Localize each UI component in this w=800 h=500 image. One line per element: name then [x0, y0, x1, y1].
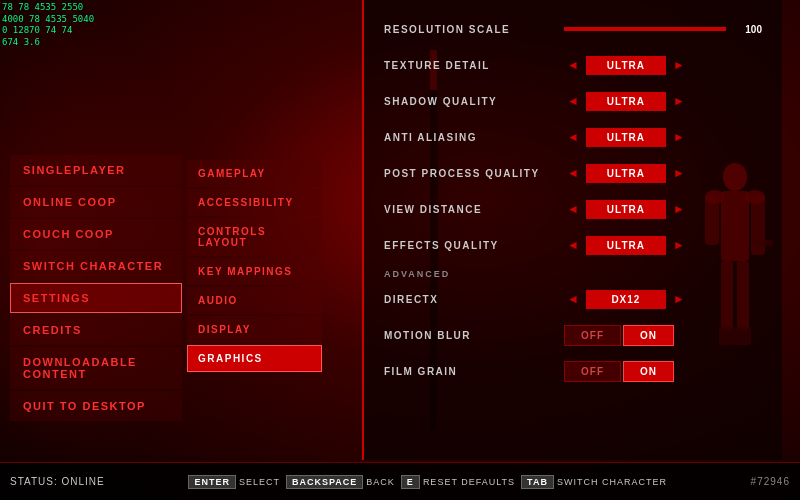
sidebar-item-dlc[interactable]: DOWNLOADABLE CONTENT: [10, 347, 182, 389]
toggle-filmgrain-off[interactable]: OFF: [564, 361, 621, 382]
status-text: STATUS: ONLINE: [10, 476, 105, 487]
setting-label-effects: EFFECTS QUALITY: [384, 240, 564, 251]
value-box-effects: ULTRA: [586, 236, 666, 255]
arrow-left-texture[interactable]: ◄: [564, 58, 582, 72]
arrow-left-postprocess[interactable]: ◄: [564, 166, 582, 180]
setting-label-shadow: SHADOW QUALITY: [384, 96, 564, 107]
bottom-controls: ENTER SELECT BACKSPACE BACK E RESET DEFA…: [188, 475, 666, 489]
setting-label-resolution: RESOLUTION SCALE: [384, 24, 564, 35]
sidebar-item-credits[interactable]: CREDITS: [10, 315, 182, 345]
arrow-left-aa[interactable]: ◄: [564, 130, 582, 144]
value-box-viewdist: ULTRA: [586, 200, 666, 219]
arrow-right-texture[interactable]: ►: [670, 58, 688, 72]
svg-rect-7: [719, 327, 735, 345]
arrow-left-shadow[interactable]: ◄: [564, 94, 582, 108]
value-box-shadow: ULTRA: [586, 92, 666, 111]
key-e[interactable]: E: [401, 475, 420, 489]
arrow-right-aa[interactable]: ►: [670, 130, 688, 144]
toggle-motionblur: OFF ON: [564, 325, 674, 346]
ctrl-tab-label: SWITCH CHARACTER: [557, 477, 667, 487]
svg-point-9: [705, 190, 725, 204]
sidebar-item-online-coop[interactable]: ONLINE COOP: [10, 187, 182, 217]
svg-rect-8: [735, 327, 751, 345]
submenu-item-keymappings[interactable]: KEY MAPPINGS: [187, 258, 322, 285]
toggle-filmgrain-on[interactable]: ON: [623, 361, 674, 382]
submenu-item-gameplay[interactable]: GAMEPLAY: [187, 160, 322, 187]
value-box-postprocess: ULTRA: [586, 164, 666, 183]
arrow-right-directx[interactable]: ►: [670, 292, 688, 306]
slider-value: 100: [732, 24, 762, 35]
ctrl-e: E RESET DEFAULTS: [401, 475, 515, 489]
submenu: GAMEPLAY ACCESSIBILITY CONTROLS LAYOUT K…: [182, 155, 327, 377]
setting-shadow-quality: SHADOW QUALITY ◄ ULTRA ►: [384, 87, 762, 115]
svg-point-10: [745, 190, 765, 204]
key-enter[interactable]: ENTER: [188, 475, 236, 489]
toggle-filmgrain: OFF ON: [564, 361, 674, 382]
submenu-item-graphics[interactable]: GRAPHICS: [187, 345, 322, 372]
arrow-right-shadow[interactable]: ►: [670, 94, 688, 108]
setting-label-viewdist: VIEW DISTANCE: [384, 204, 564, 215]
setting-control-texture: ◄ ULTRA ►: [564, 56, 762, 75]
sidebar-item-couch-coop[interactable]: COUCH COOP: [10, 219, 182, 249]
setting-control-shadow: ◄ ULTRA ►: [564, 92, 762, 111]
key-backspace[interactable]: BACKSPACE: [286, 475, 363, 489]
setting-control-resolution: 100: [564, 24, 762, 35]
setting-anti-aliasing: ANTI ALIASING ◄ ULTRA ►: [384, 123, 762, 151]
arrow-left-directx[interactable]: ◄: [564, 292, 582, 306]
svg-rect-6: [737, 261, 749, 331]
setting-control-aa: ◄ ULTRA ►: [564, 128, 762, 147]
setting-texture-detail: TEXTURE DETAIL ◄ ULTRA ►: [384, 51, 762, 79]
ctrl-enter-label: SELECT: [239, 477, 280, 487]
setting-label-directx: DIRECTX: [384, 294, 564, 305]
svg-rect-4: [755, 240, 773, 246]
submenu-item-controls[interactable]: CONTROLS LAYOUT: [187, 218, 322, 256]
ctrl-enter: ENTER SELECT: [188, 475, 280, 489]
setting-label-texture: TEXTURE DETAIL: [384, 60, 564, 71]
toggle-motionblur-on[interactable]: ON: [623, 325, 674, 346]
left-sidebar: SINGLEPLAYER ONLINE COOP COUCH COOP SWIT…: [0, 0, 182, 460]
setting-label-filmgrain: FILM GRAIN: [384, 366, 564, 377]
sidebar-item-singleplayer[interactable]: SINGLEPLAYER: [10, 155, 182, 185]
value-box-aa: ULTRA: [586, 128, 666, 147]
player-id: #72946: [751, 476, 790, 487]
ctrl-tab: TAB SWITCH CHARACTER: [521, 475, 667, 489]
svg-point-0: [723, 163, 747, 191]
status-bar: STATUS: ONLINE ENTER SELECT BACKSPACE BA…: [0, 462, 800, 500]
hud-stats: 78 78 4535 2550 4000 78 4535 5040 0 1287…: [2, 2, 94, 49]
submenu-item-accessibility[interactable]: ACCESSIBILITY: [187, 189, 322, 216]
ctrl-backspace-label: BACK: [366, 477, 395, 487]
value-box-texture: ULTRA: [586, 56, 666, 75]
submenu-item-audio[interactable]: AUDIO: [187, 287, 322, 314]
toggle-motionblur-off[interactable]: OFF: [564, 325, 621, 346]
ctrl-backspace: BACKSPACE BACK: [286, 475, 395, 489]
setting-label-aa: ANTI ALIASING: [384, 132, 564, 143]
arrow-right-effects[interactable]: ►: [670, 238, 688, 252]
slider-container: 100: [564, 24, 762, 35]
ctrl-e-label: RESET DEFAULTS: [423, 477, 515, 487]
key-tab[interactable]: TAB: [521, 475, 554, 489]
slider-bar[interactable]: [564, 27, 726, 31]
arrow-left-viewdist[interactable]: ◄: [564, 202, 582, 216]
sidebar-item-settings[interactable]: SETTINGS: [10, 283, 182, 313]
svg-rect-1: [721, 191, 749, 261]
sidebar-item-switch-character[interactable]: SWITCH CHARACTER: [10, 251, 182, 281]
value-box-directx: DX12: [586, 290, 666, 309]
setting-label-motionblur: MOTION BLUR: [384, 330, 564, 341]
arrow-left-effects[interactable]: ◄: [564, 238, 582, 252]
arrow-right-viewdist[interactable]: ►: [670, 202, 688, 216]
arrow-right-postprocess[interactable]: ►: [670, 166, 688, 180]
setting-label-postprocess: POST PROCESS QUALITY: [384, 168, 564, 179]
submenu-item-display[interactable]: DISPLAY: [187, 316, 322, 343]
sidebar-item-quit[interactable]: QUIT TO DESKTOP: [10, 391, 182, 421]
setting-resolution-scale: RESOLUTION SCALE 100: [384, 15, 762, 43]
svg-rect-5: [721, 261, 733, 331]
character-silhouette: [695, 150, 775, 400]
